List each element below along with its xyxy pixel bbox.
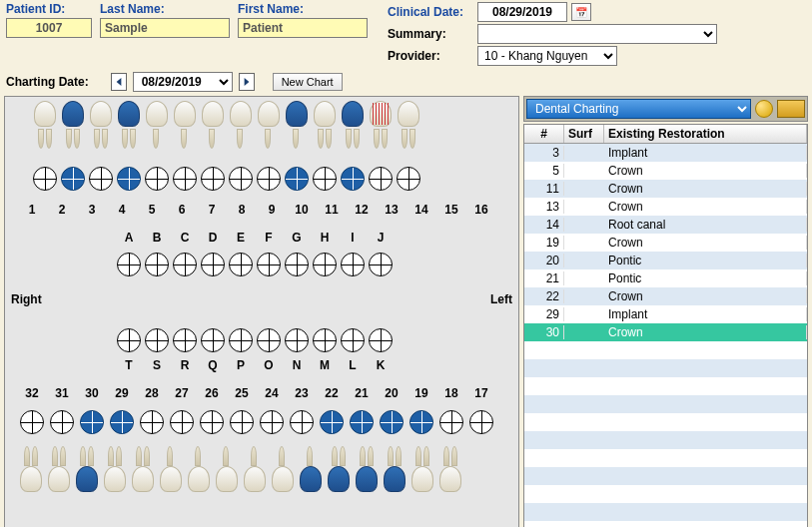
table-row[interactable]: 5Crown — [524, 162, 807, 180]
tooth-18[interactable] — [408, 446, 436, 494]
tooth-4[interactable] — [87, 101, 115, 149]
occlusal-8[interactable] — [201, 167, 225, 191]
occlusal-4[interactable] — [89, 167, 113, 191]
table-row[interactable] — [524, 485, 807, 503]
occlusal-30[interactable] — [80, 410, 104, 434]
primary-occlusal-T[interactable] — [117, 328, 141, 352]
tooth-6[interactable] — [143, 101, 171, 149]
primary-occlusal-J[interactable] — [369, 253, 393, 276]
occlusal-2[interactable] — [33, 167, 57, 191]
occlusal-13[interactable] — [341, 167, 365, 191]
tooth-28[interactable] — [129, 446, 157, 494]
calendar-icon[interactable]: 📅 — [571, 3, 591, 21]
table-row[interactable]: 22Crown — [524, 287, 807, 305]
next-date-button[interactable] — [239, 73, 255, 91]
table-row[interactable]: 21Pontic — [524, 269, 807, 287]
occlusal-19[interactable] — [409, 410, 433, 434]
occlusal-32[interactable] — [20, 410, 44, 434]
occlusal-9[interactable] — [229, 167, 253, 191]
primary-occlusal-I[interactable] — [341, 253, 365, 276]
occlusal-29[interactable] — [110, 410, 134, 434]
prev-date-button[interactable] — [111, 73, 127, 91]
primary-occlusal-A[interactable] — [117, 253, 141, 276]
table-row[interactable]: 13Crown — [524, 198, 807, 216]
tooth-25[interactable] — [213, 446, 241, 494]
tooth-32[interactable] — [17, 446, 45, 494]
primary-occlusal-H[interactable] — [313, 253, 337, 276]
occlusal-11[interactable] — [285, 167, 309, 191]
occlusal-26[interactable] — [200, 410, 224, 434]
col-num[interactable]: # — [524, 125, 564, 143]
charting-date-select[interactable]: 08/29/2019 — [133, 72, 233, 92]
occlusal-18[interactable] — [439, 410, 463, 434]
occlusal-3[interactable] — [61, 167, 85, 191]
clinical-date-input[interactable] — [477, 2, 567, 22]
tooth-13[interactable] — [339, 101, 367, 149]
primary-occlusal-D[interactable] — [201, 253, 225, 276]
occlusal-17[interactable] — [469, 410, 493, 434]
table-row[interactable] — [524, 503, 807, 521]
highlight-rect-button[interactable] — [777, 100, 805, 118]
occlusal-14[interactable] — [369, 167, 393, 191]
tooth-15[interactable] — [395, 101, 422, 149]
table-row[interactable]: 3Implant — [524, 144, 807, 162]
primary-occlusal-G[interactable] — [285, 253, 309, 276]
table-row[interactable]: 11Crown — [524, 180, 807, 198]
occlusal-23[interactable] — [290, 410, 314, 434]
occlusal-31[interactable] — [50, 410, 74, 434]
table-row[interactable]: 14Root canal — [524, 216, 807, 234]
tooth-8[interactable] — [199, 101, 227, 149]
highlight-dot-button[interactable] — [755, 100, 773, 118]
primary-occlusal-L[interactable] — [341, 328, 365, 352]
primary-occlusal-R[interactable] — [173, 328, 197, 352]
primary-occlusal-P[interactable] — [229, 328, 253, 352]
occlusal-27[interactable] — [170, 410, 194, 434]
table-row[interactable]: 30Crown — [524, 323, 807, 341]
primary-occlusal-N[interactable] — [285, 328, 309, 352]
tooth-27[interactable] — [157, 446, 185, 494]
primary-occlusal-O[interactable] — [257, 328, 281, 352]
primary-occlusal-C[interactable] — [173, 253, 197, 276]
occlusal-28[interactable] — [140, 410, 164, 434]
last-name-input[interactable] — [100, 18, 230, 38]
tooth-7[interactable] — [171, 101, 199, 149]
tooth-11[interactable] — [283, 101, 311, 149]
col-surf[interactable]: Surf — [564, 125, 604, 143]
tooth-17[interactable] — [436, 446, 464, 494]
tooth-14[interactable] — [367, 101, 395, 149]
table-row[interactable] — [524, 413, 807, 431]
occlusal-6[interactable] — [145, 167, 169, 191]
tooth-24[interactable] — [241, 446, 269, 494]
tooth-9[interactable] — [227, 101, 255, 149]
tooth-21[interactable] — [325, 446, 353, 494]
occlusal-7[interactable] — [173, 167, 197, 191]
occlusal-15[interactable] — [397, 167, 420, 191]
occlusal-10[interactable] — [257, 167, 281, 191]
primary-occlusal-Q[interactable] — [201, 328, 225, 352]
first-name-input[interactable] — [238, 18, 368, 38]
summary-select[interactable] — [477, 24, 717, 44]
tooth-10[interactable] — [255, 101, 283, 149]
tooth-20[interactable] — [353, 446, 381, 494]
tooth-2[interactable] — [31, 101, 59, 149]
table-row[interactable]: 20Pontic — [524, 252, 807, 269]
tooth-29[interactable] — [101, 446, 129, 494]
tooth-12[interactable] — [311, 101, 339, 149]
col-restoration[interactable]: Existing Restoration — [604, 125, 807, 143]
table-row[interactable]: 29Implant — [524, 305, 807, 323]
table-row[interactable] — [524, 467, 807, 485]
occlusal-24[interactable] — [260, 410, 284, 434]
primary-occlusal-E[interactable] — [229, 253, 253, 276]
tooth-5[interactable] — [115, 101, 143, 149]
tooth-26[interactable] — [185, 446, 213, 494]
table-row[interactable] — [524, 377, 807, 395]
primary-occlusal-F[interactable] — [257, 253, 281, 276]
table-row[interactable] — [524, 431, 807, 449]
primary-occlusal-K[interactable] — [369, 328, 393, 352]
tooth-22[interactable] — [297, 446, 325, 494]
table-row[interactable] — [524, 521, 807, 527]
provider-select[interactable]: 10 - Khang Nguyen — [477, 46, 617, 66]
table-row[interactable] — [524, 359, 807, 377]
occlusal-22[interactable] — [320, 410, 344, 434]
primary-occlusal-S[interactable] — [145, 328, 169, 352]
